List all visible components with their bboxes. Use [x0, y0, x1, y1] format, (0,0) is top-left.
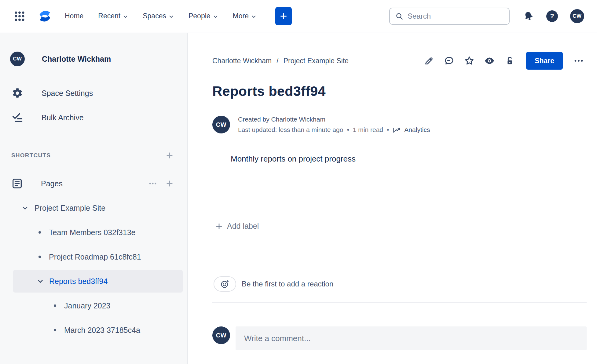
create-button[interactable] — [275, 7, 292, 25]
tree-item-label: Reports bed3ff94 — [49, 277, 108, 286]
help-icon[interactable]: ? — [546, 10, 558, 22]
chevron-down-icon — [213, 14, 218, 19]
reactions-area: Be the first to add a reaction — [214, 276, 587, 292]
app-switcher-icon[interactable] — [13, 9, 26, 23]
space-sidebar: CW Charlotte Wickham Space Settings Bulk… — [0, 33, 188, 364]
nav-more[interactable]: More — [233, 12, 256, 20]
add-reaction-button[interactable] — [214, 276, 236, 292]
ellipsis-icon — [148, 179, 157, 188]
add-label-button[interactable]: Add label — [215, 222, 259, 231]
more-actions-button[interactable] — [571, 53, 587, 69]
share-button[interactable]: Share — [526, 52, 563, 70]
tree-item-project-example-site[interactable]: Project Example Site — [0, 196, 187, 220]
plus-icon — [165, 179, 174, 188]
topbar-icons: ? CW — [523, 9, 584, 23]
tree-item-label: January 2023 — [64, 301, 111, 310]
commenter-avatar: CW — [212, 326, 230, 344]
space-avatar: CW — [10, 52, 25, 66]
read-time-text: 1 min read — [353, 126, 383, 133]
star-icon[interactable] — [461, 53, 477, 69]
edit-pencil-icon[interactable] — [421, 53, 437, 69]
chevron-down-icon — [169, 14, 174, 19]
primary-nav: Home Recent Spaces People More — [65, 12, 271, 20]
comment-input[interactable] — [244, 334, 578, 343]
dot-separator: • — [387, 126, 389, 133]
search-input[interactable] — [408, 12, 504, 20]
pages-label: Pages — [41, 179, 148, 188]
bullet-icon — [38, 256, 41, 258]
tree-item-label: Team Members 032f313e — [49, 228, 135, 237]
add-shortcut-button[interactable] — [165, 151, 174, 160]
space-settings-label: Space Settings — [42, 89, 93, 98]
plus-icon — [280, 12, 288, 20]
bulk-archive-label: Bulk Archive — [42, 113, 84, 122]
nav-recent[interactable]: Recent — [98, 12, 128, 20]
nav-home[interactable]: Home — [65, 12, 83, 20]
reaction-prompt-text: Be the first to add a reaction — [242, 280, 333, 288]
nav-spaces[interactable]: Spaces — [143, 12, 174, 20]
nav-people-label: People — [189, 12, 211, 20]
sidebar-item-bulk-archive[interactable]: Bulk Archive — [11, 110, 187, 125]
plus-icon — [165, 151, 174, 160]
tree-item-january-2023[interactable]: January 2023 — [0, 293, 187, 318]
gear-icon — [11, 87, 24, 99]
shortcuts-label: SHORTCUTS — [11, 152, 51, 159]
add-label-text: Add label — [227, 222, 259, 231]
tree-item-march-2023[interactable]: March 2023 37185c4a — [0, 318, 187, 342]
page-body-text: Monthly reports on project progress — [231, 154, 587, 164]
chevron-down-icon — [123, 14, 128, 19]
created-by-text: Created by Charlotte Wickham — [238, 116, 430, 123]
dot-separator: • — [347, 126, 349, 133]
pages-more-button[interactable] — [148, 179, 157, 188]
top-navigation-bar: Home Recent Spaces People More — [0, 0, 597, 32]
nav-recent-label: Recent — [98, 12, 120, 20]
breadcrumb-space-link[interactable]: Charlotte Wickham — [212, 57, 272, 65]
notifications-bell-icon[interactable] — [523, 11, 534, 22]
tree-item-label: Project Example Site — [35, 204, 105, 213]
ellipsis-icon — [573, 55, 584, 66]
breadcrumb-separator: / — [277, 57, 278, 65]
comments-divider — [212, 302, 587, 303]
plus-icon — [215, 222, 223, 231]
last-updated-text[interactable]: Last updated: less than a minute ago — [238, 126, 343, 133]
byline: CW Created by Charlotte Wickham Last upd… — [212, 116, 587, 134]
comment-composer: CW — [212, 326, 587, 350]
space-header[interactable]: CW Charlotte Wickham — [10, 52, 187, 66]
comment-input-box[interactable] — [236, 326, 587, 350]
chevron-down-icon — [251, 14, 256, 19]
analytics-link[interactable]: Analytics — [393, 126, 430, 134]
page-actions: Share — [421, 52, 587, 70]
sidebar-item-space-settings[interactable]: Space Settings — [11, 86, 187, 100]
breadcrumb: Charlotte Wickham / Project Example Site — [212, 57, 349, 65]
author-avatar[interactable]: CW — [212, 116, 230, 133]
unlock-icon[interactable] — [502, 53, 518, 69]
bullet-icon — [38, 231, 41, 234]
nav-people[interactable]: People — [189, 12, 218, 20]
page-content: Charlotte Wickham / Project Example Site — [188, 33, 597, 364]
profile-avatar[interactable]: CW — [570, 9, 584, 23]
page-header-row: Charlotte Wickham / Project Example Site — [212, 52, 587, 70]
search-area — [389, 8, 510, 25]
pages-section-header[interactable]: Pages — [11, 176, 174, 191]
page-tree: Project Example Site Team Members 032f31… — [0, 196, 187, 342]
search-box[interactable] — [389, 8, 510, 25]
tree-item-reports-selected[interactable]: Reports bed3ff94 — [0, 269, 187, 293]
add-page-button[interactable] — [165, 179, 174, 188]
tree-item-label: March 2023 37185c4a — [64, 326, 140, 335]
chevron-down-icon[interactable] — [22, 204, 28, 212]
space-name: Charlotte Wickham — [42, 55, 111, 64]
nav-spaces-label: Spaces — [143, 12, 166, 20]
confluence-page: Home Recent Spaces People More — [0, 0, 597, 364]
nav-more-label: More — [233, 12, 249, 20]
bulk-archive-icon — [11, 112, 24, 123]
watch-eye-icon[interactable] — [482, 53, 497, 69]
shortcuts-section-header: SHORTCUTS — [11, 149, 174, 162]
confluence-logo-icon[interactable] — [36, 9, 54, 23]
analytics-label: Analytics — [404, 126, 430, 133]
comment-bubble-icon[interactable] — [441, 53, 457, 69]
chevron-down-icon[interactable] — [37, 278, 44, 285]
breadcrumb-parent-link[interactable]: Project Example Site — [284, 57, 349, 65]
tree-item-label: Project Roadmap 61c8fc81 — [49, 253, 141, 261]
tree-item-project-roadmap[interactable]: Project Roadmap 61c8fc81 — [0, 245, 187, 269]
tree-item-team-members[interactable]: Team Members 032f313e — [0, 220, 187, 245]
